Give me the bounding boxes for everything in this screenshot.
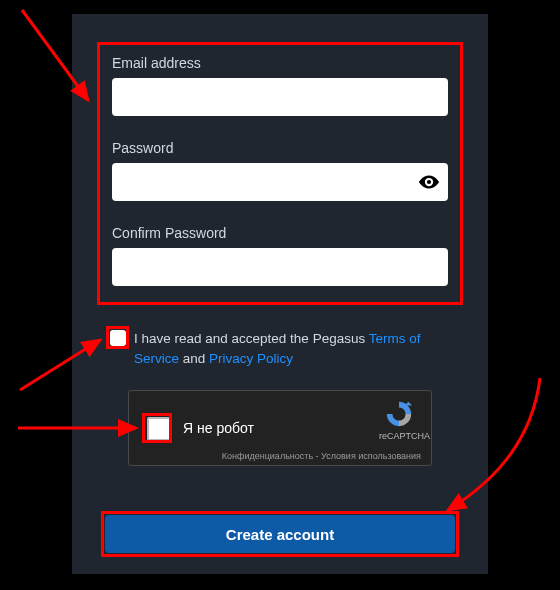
terms-text: I have read and accepted the Pegasus Ter… [134, 329, 460, 369]
annotation-arrow-button [430, 370, 560, 530]
privacy-policy-link[interactable]: Privacy Policy [209, 351, 293, 366]
svg-line-2 [22, 10, 88, 100]
email-input[interactable] [112, 78, 448, 116]
svg-point-0 [427, 180, 431, 184]
terms-checkbox[interactable] [110, 330, 126, 346]
email-label: Email address [112, 55, 201, 71]
terms-middle: and [179, 351, 209, 366]
eye-icon[interactable] [418, 171, 440, 193]
recaptcha-checkbox[interactable] [147, 417, 171, 441]
recaptcha-widget: Я не робот reCAPTCHA Конфиденциальность … [128, 390, 432, 466]
annotation-arrow-captcha [0, 400, 145, 460]
recaptcha-logo: reCAPTCHA [379, 399, 419, 441]
recaptcha-label: Я не робот [183, 420, 254, 436]
recaptcha-brand: reCAPTCHA [379, 431, 419, 441]
confirm-password-label: Confirm Password [112, 225, 226, 241]
confirm-password-input[interactable] [112, 248, 448, 286]
password-label: Password [112, 140, 173, 156]
svg-marker-1 [405, 402, 413, 406]
terms-prefix: I have read and accepted the Pegasus [134, 331, 369, 346]
svg-line-3 [20, 340, 100, 390]
recaptcha-legal: Конфиденциальность - Условия использован… [222, 451, 421, 461]
annotation-arrow-form [0, 0, 100, 120]
password-input[interactable] [112, 163, 448, 201]
create-account-button[interactable]: Create account [105, 515, 455, 553]
